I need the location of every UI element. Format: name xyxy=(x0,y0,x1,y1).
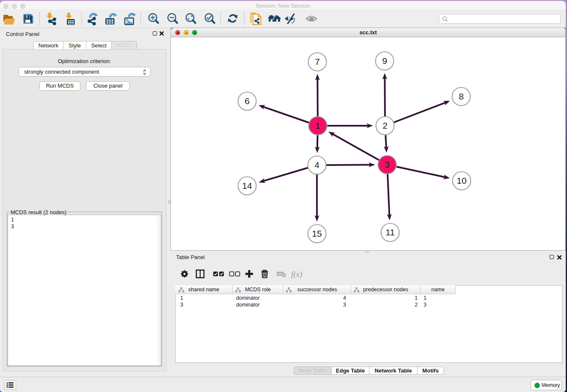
svg-text:2: 2 xyxy=(383,121,388,130)
svg-text:9: 9 xyxy=(382,56,387,66)
svg-text:10: 10 xyxy=(457,176,466,185)
svg-text:4: 4 xyxy=(314,160,319,170)
svg-text:f(x): f(x) xyxy=(291,270,302,279)
svg-text:3: 3 xyxy=(385,160,390,169)
svg-text:14: 14 xyxy=(242,181,252,190)
svg-text:6: 6 xyxy=(245,96,250,106)
svg-text:8: 8 xyxy=(459,91,464,101)
svg-text:11: 11 xyxy=(385,227,395,237)
svg-text:1: 1 xyxy=(315,121,320,130)
svg-text:15: 15 xyxy=(312,229,322,238)
svg-text:7: 7 xyxy=(315,57,320,66)
